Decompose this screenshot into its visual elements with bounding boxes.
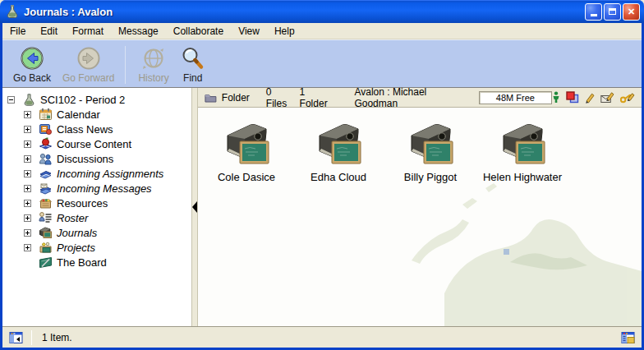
item-count-text: 1 Item. <box>42 332 72 343</box>
tree-item-discussions[interactable]: Discussions <box>7 151 191 166</box>
pencil-icon[interactable] <box>585 91 595 104</box>
news-icon <box>39 122 53 136</box>
maximize-button[interactable] <box>604 3 621 21</box>
maximize-icon <box>609 8 616 15</box>
expand-icon[interactable] <box>24 111 31 118</box>
find-label: Find <box>183 72 202 84</box>
box-icon <box>39 196 53 210</box>
title-bar[interactable]: Journals : Avalon ✕ <box>0 0 644 23</box>
owner-label: Avalon : Michael Goodman <box>354 86 463 109</box>
tree-item-class-news[interactable]: Class News <box>7 122 191 136</box>
journal-item-billy-piggot[interactable]: Billy Piggot <box>384 121 476 183</box>
go-forward-button: Go Forward <box>57 44 120 85</box>
collapse-icon[interactable] <box>7 96 15 104</box>
navigation-tree: SCI102 - Period 2 Calendar <box>2 88 191 326</box>
history-button: History <box>132 44 174 85</box>
journal-name: Helen Highwater <box>483 171 562 183</box>
go-back-label: Go Back <box>13 72 51 84</box>
window-frame: File Edit Format Message Collaborate Vie… <box>0 23 644 350</box>
expand-icon[interactable] <box>24 200 31 207</box>
mail-edit-icon[interactable] <box>600 91 614 104</box>
people-icon <box>39 152 53 165</box>
island-map-watermark <box>412 170 642 326</box>
free-space-indicator: 48M Free <box>479 91 552 104</box>
journal-name: Cole Dasice <box>218 171 275 183</box>
panel-toggle-right-icon[interactable] <box>621 331 635 344</box>
menu-file[interactable]: File <box>2 24 33 39</box>
journal-name: Billy Piggot <box>404 171 457 183</box>
tree-item-label: Roster <box>57 212 88 224</box>
panel-splitter[interactable] <box>191 88 198 326</box>
journal-list-area: Cole Dasice Edha Cloud Billy Piggot <box>198 108 642 326</box>
back-arrow-icon <box>20 46 44 71</box>
journal-book-icon <box>313 121 364 167</box>
calendar-icon <box>39 108 53 121</box>
app-flask-icon <box>5 4 20 19</box>
panel-toggle-left-icon[interactable] <box>9 331 23 344</box>
expand-icon[interactable] <box>24 229 31 237</box>
menu-format[interactable]: Format <box>65 24 111 39</box>
close-icon: ✕ <box>628 7 635 17</box>
layers-icon[interactable] <box>566 91 579 104</box>
minimize-button[interactable] <box>585 3 602 21</box>
tree-item-projects[interactable]: Projects <box>7 240 191 255</box>
person-icon[interactable] <box>552 91 560 104</box>
expand-icon[interactable] <box>24 170 31 177</box>
journal-items-row: Cole Dasice Edha Cloud Billy Piggot <box>198 108 642 183</box>
expand-icon[interactable] <box>24 185 31 192</box>
journal-item-helen-highwater[interactable]: Helen Highwater <box>476 121 568 183</box>
journal-item-edha-cloud[interactable]: Edha Cloud <box>292 121 384 183</box>
tree-item-label: Incoming Assignments <box>57 168 163 180</box>
tree-item-journals[interactable]: Journals <box>7 225 191 240</box>
header-status-icons <box>552 91 635 104</box>
tree-item-label: Course Content <box>57 138 131 150</box>
expand-icon[interactable] <box>24 214 31 222</box>
menu-message[interactable]: Message <box>111 24 166 39</box>
content-pane: Folder 0 Files 1 Folder Avalon : Michael… <box>198 88 642 326</box>
menu-bar: File Edit Format Message Collaborate Vie… <box>2 23 642 39</box>
chalkboard-icon <box>39 256 53 269</box>
apple-books-icon <box>39 137 53 150</box>
tree-item-calendar[interactable]: Calendar <box>7 107 191 122</box>
expand-icon[interactable] <box>24 155 31 163</box>
item-type-label: Folder <box>222 92 250 104</box>
window-title: Journals : Avalon <box>24 6 583 18</box>
tree-item-the-board[interactable]: The Board <box>7 255 191 269</box>
tree-item-label: Projects <box>57 242 95 254</box>
forward-arrow-icon <box>76 46 101 71</box>
tree-item-label: Resources <box>57 197 108 210</box>
tree-item-course-content[interactable]: Course Content <box>7 136 191 151</box>
journal-book-icon <box>221 121 272 167</box>
journal-book-icon <box>497 121 548 167</box>
tree-item-label: Class News <box>57 123 113 136</box>
folder-count: 1 Folder <box>300 86 334 109</box>
expand-icon[interactable] <box>24 244 31 251</box>
tree-root-sci102[interactable]: SCI102 - Period 2 <box>7 92 191 107</box>
tree-item-label: Incoming Messages <box>57 182 152 195</box>
menu-collaborate[interactable]: Collaborate <box>166 24 231 39</box>
expand-icon[interactable] <box>24 126 31 133</box>
journal-item-cole-dasice[interactable]: Cole Dasice <box>200 121 292 183</box>
tree-item-resources[interactable]: Resources <box>7 196 191 210</box>
menu-view[interactable]: View <box>231 24 267 39</box>
roster-list-icon <box>39 211 53 224</box>
tree-item-label: The Board <box>57 256 107 269</box>
tree-item-roster[interactable]: Roster <box>7 210 191 225</box>
file-count: 0 Files <box>266 86 293 109</box>
tree-item-incoming-messages[interactable]: Incoming Messages <box>7 181 191 196</box>
books-mail-icon <box>39 182 53 195</box>
tree-item-label: Discussions <box>57 153 113 165</box>
menu-edit[interactable]: Edit <box>33 24 65 39</box>
close-button[interactable]: ✕ <box>623 3 640 21</box>
expand-icon[interactable] <box>24 140 31 148</box>
tree-item-incoming-assignments[interactable]: Incoming Assignments <box>7 166 191 181</box>
main-area: SCI102 - Period 2 Calendar <box>2 87 642 326</box>
find-button[interactable]: Find <box>175 44 211 85</box>
status-bar: 1 Item. <box>2 326 642 348</box>
tree-item-label: SCI102 - Period 2 <box>40 94 125 106</box>
key-edit-icon[interactable] <box>620 91 635 104</box>
minimize-icon <box>591 14 597 16</box>
menu-help[interactable]: Help <box>267 24 302 39</box>
collapse-panel-icon[interactable] <box>192 201 197 213</box>
go-back-button[interactable]: Go Back <box>7 44 57 85</box>
